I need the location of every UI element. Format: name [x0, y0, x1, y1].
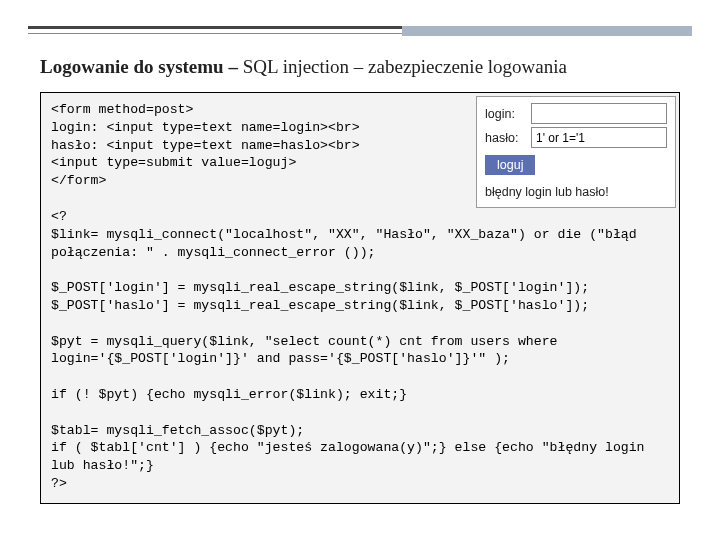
haslo-label: hasło:: [485, 131, 525, 145]
login-form-demo: login: hasło: loguj błędny login lub has…: [476, 96, 676, 208]
header-rule: [28, 26, 692, 34]
haslo-input[interactable]: [531, 127, 667, 148]
heading-bold: Logowanie do systemu –: [40, 56, 243, 77]
error-message: błędny login lub hasło!: [485, 185, 667, 199]
login-input[interactable]: [531, 103, 667, 124]
heading-rest: SQL injection – zabezpieczenie logowania: [243, 56, 567, 77]
login-label: login:: [485, 107, 525, 121]
haslo-row: hasło:: [485, 127, 667, 148]
login-row: login:: [485, 103, 667, 124]
slide-heading: Logowanie do systemu – SQL injection – z…: [40, 56, 567, 78]
submit-button[interactable]: loguj: [485, 155, 535, 175]
